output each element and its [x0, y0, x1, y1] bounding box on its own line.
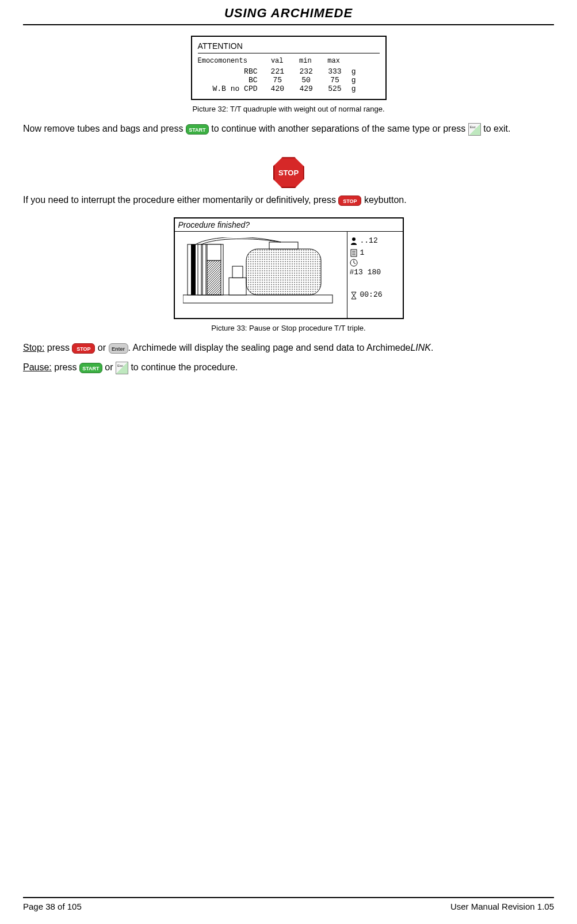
status-doc-value: 1	[360, 247, 365, 259]
page-footer: Page 38 of 105 User Manual Revision 1.05	[23, 897, 554, 911]
attention-panel: ATTENTION Emocomonents val min max RBC 2…	[191, 36, 387, 100]
stop-button-icon: STOP	[72, 343, 95, 354]
table-row: W.B no CPD 420 429 525 g	[198, 85, 380, 93]
table-row: RBC 221 232 333 g	[198, 67, 380, 76]
col-min: min	[293, 57, 318, 65]
row-unit: g	[351, 67, 362, 76]
row-min: 232	[294, 67, 318, 76]
attention-heading: ATTENTION	[198, 40, 380, 53]
paragraph-stop: Stop: press STOP or Enter. Archimede wil…	[23, 339, 554, 356]
svg-rect-5	[207, 260, 221, 295]
row-min: 429	[294, 85, 318, 93]
procedure-title: Procedure finished?	[175, 218, 403, 232]
svg-rect-9	[232, 266, 243, 278]
esc-button-icon	[116, 362, 128, 374]
svg-rect-7	[207, 244, 221, 260]
status-hourglass: 00:26	[350, 289, 400, 301]
status-hash: #13 180	[350, 267, 400, 279]
document-icon	[350, 249, 358, 257]
row-label: W.B no CPD	[198, 85, 261, 93]
svg-rect-3	[198, 244, 201, 295]
footer-page: Page 38 of 105	[23, 902, 82, 911]
svg-rect-10	[269, 242, 298, 249]
status-clock	[350, 259, 400, 267]
status-hash-value: #13 180	[350, 267, 381, 279]
footer-revision: User Manual Revision 1.05	[450, 902, 554, 911]
stop-octagon-icon: STOP	[273, 157, 304, 188]
stop-sign: STOP	[23, 157, 554, 188]
attention-subtitle: Emocomonents	[198, 57, 261, 65]
caption-pic33: Picture 33: Pause or Stop procedure T/T …	[23, 324, 554, 332]
enter-button-icon: Enter	[109, 343, 128, 354]
person-icon	[350, 237, 358, 245]
start-button-icon: START	[186, 124, 209, 135]
stop-button-icon: STOP	[338, 195, 361, 206]
device-drawing	[183, 237, 338, 306]
row-max: 525	[323, 85, 347, 93]
row-unit: g	[351, 76, 362, 85]
col-val: val	[265, 57, 289, 65]
row-label: BC	[198, 76, 261, 85]
svg-rect-8	[229, 278, 246, 295]
paragraph-pause: Pause: press START or to continue the pr…	[23, 359, 554, 376]
row-label: RBC	[198, 67, 261, 76]
text: to continue with another separations of …	[211, 124, 468, 133]
paragraph-remove-tubes: Now remove tubes and bags and press STAR…	[23, 120, 554, 137]
archimedelink: LINK	[410, 343, 431, 352]
text: . Archimede will display the sealing pag…	[128, 343, 411, 352]
text: Now remove tubes and bags and press	[23, 124, 186, 133]
row-val: 420	[265, 85, 289, 93]
row-max: 333	[323, 67, 347, 76]
row-min: 50	[294, 76, 318, 85]
status-person: ..12	[350, 235, 400, 247]
text: .	[431, 343, 433, 352]
attention-columns: Emocomonents val min max	[198, 57, 380, 65]
status-doc: 1	[350, 247, 400, 259]
svg-rect-0	[183, 295, 333, 303]
text: to exit.	[483, 124, 510, 133]
text: or	[105, 362, 116, 372]
svg-rect-2	[191, 244, 196, 295]
status-time-value: 00:26	[360, 289, 383, 301]
clock-icon	[350, 259, 358, 267]
caption-pic32: Picture 32: T/T quadruple with weight ou…	[23, 105, 554, 113]
row-max: 75	[323, 76, 347, 85]
esc-button-icon	[468, 123, 481, 136]
text: to continue the procedure.	[131, 362, 238, 372]
paragraph-interrupt: If you need to interrupt the procedure e…	[23, 191, 554, 209]
row-unit: g	[351, 85, 362, 93]
text: or	[98, 343, 109, 352]
start-button-icon: START	[79, 363, 102, 373]
table-row: BC 75 50 75 g	[198, 76, 380, 85]
text: keybutton.	[364, 195, 407, 205]
svg-rect-4	[202, 244, 206, 295]
svg-point-11	[352, 237, 356, 241]
stop-label: Stop:	[23, 343, 44, 352]
row-val: 221	[265, 67, 289, 76]
col-max: max	[322, 57, 346, 65]
hourglass-icon	[350, 292, 358, 300]
procedure-status: ..12 1 #13 180 00:26	[347, 232, 403, 318]
text: If you need to interrupt the procedure e…	[23, 195, 338, 205]
procedure-finished-panel: Procedure finished?	[174, 217, 404, 319]
text: press	[52, 362, 79, 372]
procedure-diagram	[175, 232, 347, 318]
status-person-value: ..12	[360, 235, 378, 247]
row-val: 75	[265, 76, 289, 85]
page-title: USING ARCHIMEDE	[23, 0, 554, 25]
text: press	[44, 343, 72, 352]
pause-label: Pause:	[23, 362, 52, 372]
